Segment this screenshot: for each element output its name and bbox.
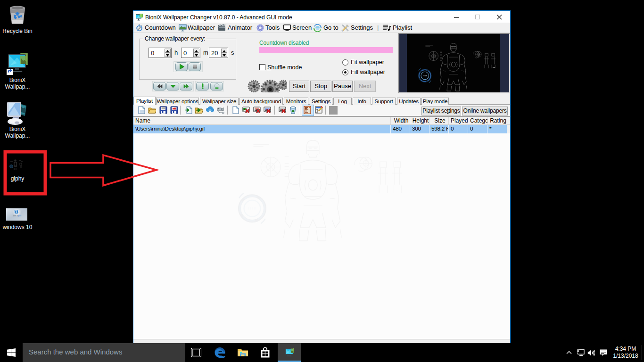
svg-text:pro: pro bbox=[18, 214, 22, 217]
